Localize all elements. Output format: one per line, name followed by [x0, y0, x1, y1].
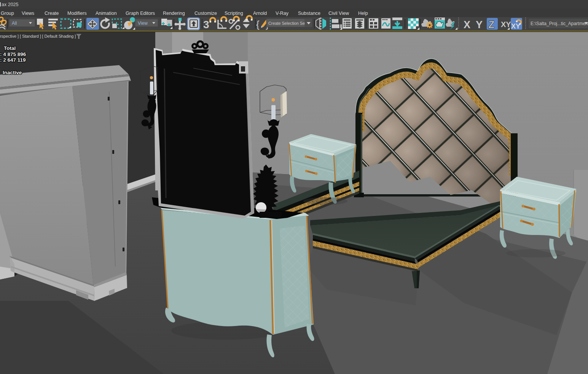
- svg-text:ax 2025: ax 2025: [2, 2, 19, 7]
- svg-text:Group: Group: [1, 11, 14, 16]
- svg-text:Help: Help: [358, 11, 368, 16]
- svg-text:Graph Editors: Graph Editors: [126, 11, 155, 16]
- svg-text:XY: XY: [501, 20, 511, 29]
- svg-text:Substance: Substance: [298, 11, 320, 16]
- svg-text:E:\Salta_Proj...tic_Apartment: E:\Salta_Proj...tic_Apartment: [531, 21, 588, 26]
- svg-text:Rendering: Rendering: [163, 11, 185, 16]
- svg-text:Create: Create: [45, 11, 59, 16]
- svg-text:Scripting: Scripting: [225, 11, 243, 16]
- svg-text:3: 3: [203, 19, 209, 30]
- svg-text:All: All: [12, 21, 17, 26]
- svg-text:: 4 875 896: : 4 875 896: [0, 51, 26, 57]
- svg-text:Views: Views: [22, 11, 34, 16]
- svg-text:Customize: Customize: [194, 11, 217, 16]
- svg-text:Modifiers: Modifiers: [67, 11, 87, 16]
- svg-text:rspective ] [ Standard ] [ Def: rspective ] [ Standard ] [ Default Shadi…: [0, 34, 76, 38]
- svg-text:Z: Z: [488, 19, 495, 30]
- svg-text:Inactive: Inactive: [3, 70, 22, 75]
- svg-text:Total: Total: [4, 45, 16, 51]
- svg-text:Create Selection Se: Create Selection Se: [268, 21, 305, 26]
- svg-text:XY: XY: [511, 22, 520, 30]
- svg-text:Arnold: Arnold: [253, 11, 267, 16]
- svg-text:{: {: [256, 19, 260, 30]
- svg-text:View: View: [138, 21, 148, 26]
- svg-text:X: X: [464, 19, 470, 30]
- svg-text:: 2 647 119: : 2 647 119: [0, 57, 26, 63]
- svg-text:Civil View: Civil View: [328, 11, 349, 16]
- svg-text:Y: Y: [476, 19, 483, 30]
- svg-text:Animation: Animation: [96, 11, 117, 16]
- svg-text:V-Ray: V-Ray: [276, 11, 289, 16]
